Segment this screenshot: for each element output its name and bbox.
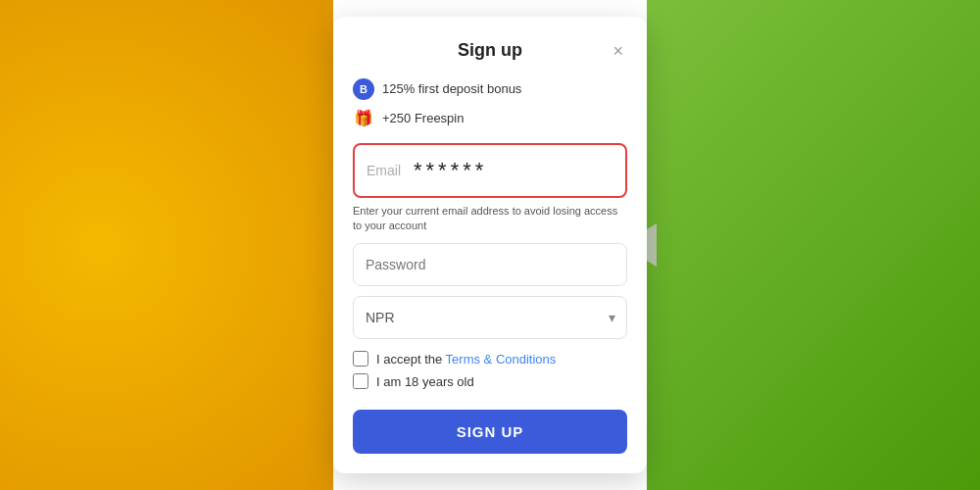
signup-button[interactable]: SIGN UP <box>353 410 627 454</box>
bonus-icon-gift: 🎁 <box>353 108 374 129</box>
age-checkbox-row: I am 18 years old <box>353 373 627 389</box>
bonus-row-2: 🎁 +250 Freespin <box>353 108 627 129</box>
background-left <box>0 0 333 490</box>
bonus-text-2: +250 Freespin <box>382 111 464 125</box>
modal-title: Sign up <box>458 40 522 61</box>
currency-select[interactable]: NPR USD EUR GBP <box>353 296 627 339</box>
terms-prefix-text: I accept the <box>376 352 446 367</box>
email-hint: Enter your current email address to avoi… <box>353 204 627 234</box>
background-right <box>647 0 980 490</box>
bonus-row-1: B 125% first deposit bonus <box>353 78 627 100</box>
terms-label: I accept the Terms & Conditions <box>376 352 556 367</box>
email-wrapper: Email <box>353 143 627 198</box>
age-label: I am 18 years old <box>376 374 474 389</box>
modal-header: Sign up × <box>353 40 627 61</box>
age-checkbox[interactable] <box>353 373 368 389</box>
email-input[interactable] <box>355 145 625 196</box>
close-button[interactable]: × <box>609 40 627 62</box>
bonus-text-1: 125% first deposit bonus <box>382 81 521 96</box>
bonus-icon-1: B <box>353 78 374 100</box>
terms-link[interactable]: Terms & Conditions <box>446 352 557 367</box>
terms-checkbox-row: I accept the Terms & Conditions <box>353 351 627 367</box>
currency-select-wrapper: NPR USD EUR GBP ▾ <box>353 296 627 339</box>
terms-checkbox[interactable] <box>353 351 368 367</box>
password-input[interactable] <box>353 243 627 286</box>
signup-modal: Sign up × B 125% first deposit bonus 🎁 +… <box>333 17 647 474</box>
